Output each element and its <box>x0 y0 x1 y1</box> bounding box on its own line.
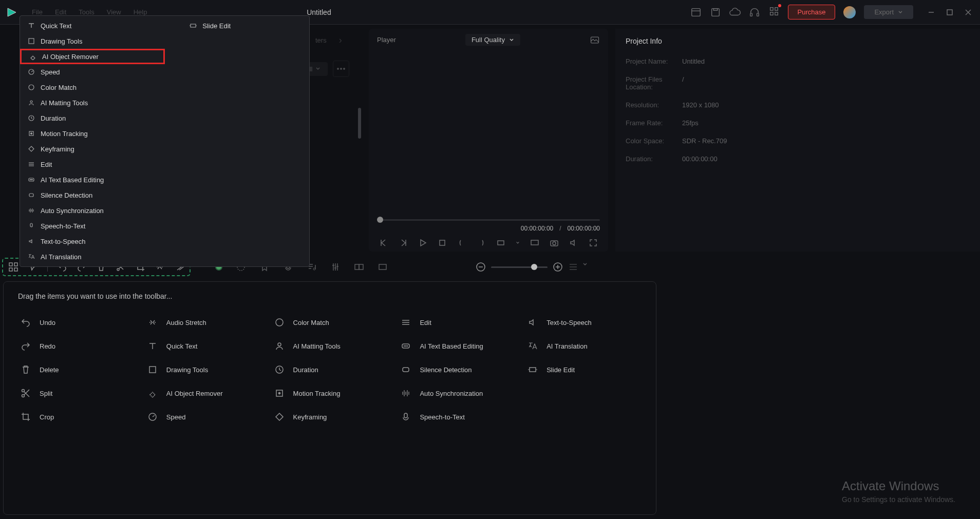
svg-rect-37 <box>29 194 33 197</box>
player-progress[interactable] <box>377 219 600 221</box>
time-sep: / <box>559 225 561 232</box>
trash-icon <box>20 364 31 375</box>
tool-label: Slide Edit <box>546 366 575 374</box>
person-icon <box>274 340 285 352</box>
tool-speed[interactable]: Speed <box>145 407 261 427</box>
export-button[interactable]: Export <box>864 5 913 19</box>
tool-quick-text[interactable]: Quick Text <box>145 336 261 356</box>
volume-icon[interactable] <box>569 238 578 247</box>
camera-icon[interactable] <box>550 238 559 247</box>
tool-keyframing[interactable]: Keyframing <box>272 407 388 427</box>
person-icon <box>27 99 35 107</box>
menu-text-to-speech[interactable]: Text-to-Speech <box>20 234 309 249</box>
time-current: 00:00:00:00 <box>521 225 553 232</box>
save-icon[interactable] <box>710 7 721 18</box>
progress-thumb[interactable] <box>377 217 383 223</box>
menu-quick-text[interactable]: Quick Text <box>20 18 182 33</box>
dual-screen-icon[interactable] <box>354 262 364 272</box>
svg-point-19 <box>344 68 345 70</box>
zoom-in-icon[interactable] <box>553 262 563 272</box>
menu-silence-detection[interactable]: Silence Detection <box>20 187 309 203</box>
aspect-icon[interactable] <box>378 262 388 272</box>
tool-ai-translation[interactable]: AI Translation <box>525 336 642 356</box>
cloud-icon[interactable] <box>729 7 741 18</box>
menu-ai-text-editing[interactable]: AI Text Based Editing <box>20 172 309 187</box>
menu-speed[interactable]: Speed <box>20 64 309 80</box>
menu-ai-object-remover[interactable]: AI Object Remover <box>20 49 165 64</box>
tool-split[interactable]: Split <box>18 383 135 403</box>
list-view-icon[interactable] <box>568 262 578 272</box>
menu-drawing-tools[interactable]: Drawing Tools <box>20 33 309 49</box>
tool-motion-tracking[interactable]: Motion Tracking <box>272 383 388 403</box>
menu-ai-translation[interactable]: AI Translation <box>20 249 309 264</box>
tool-auto-sync[interactable]: Auto Synchronization <box>398 383 515 403</box>
tool-ai-text-editing[interactable]: AI Text Based Editing <box>398 336 515 356</box>
stop-icon[interactable] <box>438 238 447 247</box>
zoom-controls <box>476 262 588 272</box>
zoom-thumb[interactable] <box>531 264 537 270</box>
purchase-button[interactable]: Purchase <box>788 5 836 20</box>
svg-rect-0 <box>691 8 700 16</box>
close-icon[interactable] <box>965 9 972 16</box>
tool-color-match[interactable]: Color Match <box>272 313 388 332</box>
tool-ai-matting[interactable]: AI Matting Tools <box>272 336 388 356</box>
quality-dropdown[interactable]: Full Quality <box>465 34 520 46</box>
tool-delete[interactable]: Delete <box>18 360 135 379</box>
mixer-icon[interactable] <box>330 262 341 272</box>
tool-text-to-speech[interactable]: Text-to-Speech <box>525 313 642 332</box>
tool-slide-edit[interactable]: Slide Edit <box>525 360 642 379</box>
menu-edit[interactable]: Edit <box>20 157 309 172</box>
user-avatar[interactable] <box>843 6 856 18</box>
prev-frame-icon[interactable] <box>379 238 388 247</box>
tool-crop[interactable]: Crop <box>18 407 135 427</box>
zoom-out-icon[interactable] <box>476 262 486 272</box>
chevron-right-icon[interactable]: › <box>339 35 342 46</box>
view-chevron-icon[interactable] <box>582 262 588 267</box>
menu-keyframing[interactable]: Keyframing <box>20 141 309 157</box>
tool-speech-to-text[interactable]: Speech-to-Text <box>398 407 515 427</box>
speaker-icon <box>527 317 538 328</box>
maximize-icon[interactable] <box>946 9 953 16</box>
zoom-slider[interactable] <box>491 266 548 268</box>
menu-ai-matting-tools[interactable]: AI Matting Tools <box>20 95 309 110</box>
svg-rect-3 <box>713 8 717 10</box>
apps-grid-icon[interactable] <box>8 262 18 272</box>
layout-icon[interactable] <box>690 7 702 18</box>
scrollbar-handle[interactable] <box>358 108 361 139</box>
fullscreen-icon[interactable] <box>589 238 598 247</box>
menu-slide-edit[interactable]: Slide Edit <box>182 18 309 33</box>
svg-point-81 <box>22 395 25 397</box>
ratio-icon[interactable] <box>496 238 505 247</box>
display-icon[interactable] <box>530 238 539 247</box>
project-name-value: Untitled <box>682 57 705 65</box>
more-options-button[interactable] <box>333 61 349 77</box>
menu-auto-sync[interactable]: Auto Synchronization <box>20 203 309 218</box>
minimize-icon[interactable] <box>928 9 935 16</box>
tool-undo[interactable]: Undo <box>18 313 135 332</box>
tool-ai-object-remover[interactable]: AI Object Remover <box>145 383 261 403</box>
clock-icon <box>27 114 35 122</box>
translate-icon <box>527 340 538 352</box>
tool-drawing-tools[interactable]: Drawing Tools <box>145 360 261 379</box>
menu-color-match[interactable]: Color Match <box>20 80 309 95</box>
mark-out-icon[interactable] <box>477 238 486 247</box>
chevron-down-icon[interactable] <box>516 241 520 245</box>
tool-duration[interactable]: Duration <box>272 360 388 379</box>
tool-audio-stretch[interactable]: Audio Stretch <box>145 313 261 332</box>
tool-silence-detection[interactable]: Silence Detection <box>398 360 515 379</box>
tool-redo[interactable]: Redo <box>18 336 135 356</box>
headphones-icon[interactable] <box>749 7 760 18</box>
tool-label: Keyframing <box>293 413 327 421</box>
svg-rect-9 <box>775 12 778 15</box>
image-icon[interactable] <box>590 35 600 45</box>
play-icon[interactable] <box>418 238 427 247</box>
tool-edit[interactable]: Edit <box>398 313 515 332</box>
next-frame-icon[interactable] <box>399 238 408 247</box>
filters-tab[interactable]: ters <box>315 36 327 44</box>
menu-motion-tracking[interactable]: Motion Tracking <box>20 126 309 141</box>
speaker-icon <box>27 237 35 245</box>
apps-icon[interactable] <box>768 6 780 17</box>
mark-in-icon[interactable] <box>457 238 466 247</box>
menu-speech-to-text[interactable]: Speech-to-Text <box>20 218 309 234</box>
menu-duration[interactable]: Duration <box>20 110 309 126</box>
